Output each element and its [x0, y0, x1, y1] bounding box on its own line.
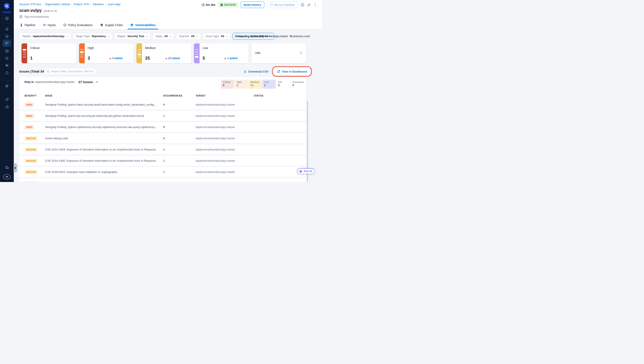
- info-icon[interactable]: [301, 3, 304, 7]
- chip-low[interactable]: Low1: [262, 80, 276, 89]
- issues-total-title: Issues (Total 34): [19, 68, 45, 75]
- col-occurrences: OCCURRENCES: [163, 94, 196, 97]
- critical-card[interactable]: Critical 1: [22, 43, 76, 63]
- severity-summary-cards: Critical 1 High 3 3 added Medium 25 23 a…: [22, 43, 306, 63]
- severity-badge: HIGH: [24, 114, 34, 118]
- col-status: STATUS: [254, 94, 306, 97]
- medium-delta: 23 added: [166, 57, 180, 60]
- group-header[interactable]: Only in tejakummarikuntla/vulpy:master 2…: [24, 80, 98, 84]
- medium-gauge-icon: [136, 43, 142, 63]
- user-avatar[interactable]: TK: [3, 174, 10, 179]
- occurrences-value: 1: [163, 114, 196, 117]
- medium-card[interactable]: Medium 25 23 added: [136, 43, 191, 63]
- table-row[interactable]: HIGH Semgrep Finding: python.sqlalchemy.…: [19, 122, 306, 132]
- home-icon[interactable]: [5, 27, 9, 31]
- breadcrumb-separator: ›: [71, 3, 72, 6]
- chevron-down-icon: [66, 35, 68, 37]
- policy-tab-icon: [63, 23, 66, 27]
- executions-icon[interactable]: [5, 49, 9, 53]
- table-row[interactable]: MEDIUM Active debug code 4 tejakummariku…: [19, 133, 306, 143]
- edit-pencil-icon[interactable]: [307, 3, 311, 7]
- network-settings-icon[interactable]: [5, 105, 9, 109]
- table-row[interactable]: MEDIUM CVE-2014-1830: Exposure of Sensit…: [19, 156, 306, 166]
- filter-issue-type[interactable]: Issue Type:All: [203, 33, 230, 40]
- breadcrumb-pipelines[interactable]: Pipelines: [93, 3, 104, 6]
- filter-steps[interactable]: Steps:All: [152, 33, 174, 40]
- breadcrumb-separator: ›: [106, 3, 106, 6]
- sidebar-divider: [2, 160, 11, 160]
- check-circle-icon: [220, 4, 223, 6]
- tab-supply-chain[interactable]: Supply Chain: [100, 21, 123, 29]
- issue-title: CVE-2014-1829: Exposure of Sensitive Inf…: [45, 148, 163, 151]
- high-card[interactable]: High 3 3 added: [79, 43, 134, 63]
- ask-ai-button[interactable]: Ask AI: [297, 168, 314, 174]
- chip-info[interactable]: Info0: [276, 80, 290, 89]
- target-value: tejakummarikuntla/vulpy:master: [196, 103, 254, 106]
- user-icon: [19, 15, 23, 18]
- chip-medium[interactable]: Medium23: [248, 80, 262, 89]
- breadcrumb-current[interactable]: scan-vulpy: [108, 3, 121, 6]
- target-value: tejakummarikuntla/vulpy:master: [196, 137, 254, 140]
- severity-badge: MEDIUM: [24, 159, 38, 163]
- module-selector-tile[interactable]: [2, 14, 11, 23]
- power-icon[interactable]: [5, 71, 9, 75]
- severity-badge: MEDIUM: [24, 181, 38, 182]
- target-value: tejakummarikuntla/vulpy:master: [196, 125, 254, 129]
- search-input[interactable]: [51, 70, 94, 73]
- chip-critical[interactable]: Critical0: [221, 80, 234, 89]
- issue-title: Semgrep Finding: python.jwt.security.jwt…: [45, 114, 163, 117]
- cube-icon: [4, 16, 9, 21]
- table-row[interactable]: HIGH Semgrep Finding: python.jwt.securit…: [19, 111, 306, 121]
- sto-shield-logo-icon[interactable]: [3, 2, 11, 10]
- tab-inputs[interactable]: Inputs: [42, 21, 56, 29]
- table-row[interactable]: MEDIUM CVE-2016-9243: Improper input val…: [19, 167, 306, 177]
- author-name: Teja Kummarikuntla: [24, 15, 49, 18]
- severity-badge: MEDIUM: [24, 136, 38, 140]
- pipelines-nav-active[interactable]: [2, 40, 11, 47]
- download-csv-button[interactable]: Download CSV: [244, 70, 268, 73]
- breadcrumb-organization[interactable]: Organization: default: [45, 3, 70, 6]
- pipeline-tab-icon: [20, 23, 23, 27]
- target-icon[interactable]: [5, 56, 9, 60]
- table-row-partial[interactable]: MEDIUM: [19, 178, 306, 182]
- tab-policy-evaluations[interactable]: Policy Evaluations: [63, 21, 93, 29]
- chip-high[interactable]: High3: [235, 80, 248, 89]
- pipelines-icon: [5, 41, 9, 45]
- rerun-pipeline-button[interactable]: Re-run Pipeline: [267, 2, 298, 8]
- page-header: Account: STO test› Organization: default…: [14, 0, 322, 30]
- help-chat-icon[interactable]: ?: [5, 165, 9, 170]
- filter-target-type[interactable]: Target Type:Repository: [73, 33, 112, 40]
- col-target: TARGET: [196, 94, 254, 97]
- filter-targets[interactable]: Targets:tejakummarikuntla/vulpy: [19, 33, 71, 40]
- issues-search[interactable]: [44, 68, 96, 75]
- chip-exempted[interactable]: Exempted0: [290, 80, 304, 89]
- filter-stages[interactable]: Stages:Security Test: [114, 33, 151, 40]
- kebab-menu-icon[interactable]: [314, 3, 317, 7]
- high-delta: 3 added: [110, 57, 122, 60]
- filter-scanner[interactable]: Scanner:All: [176, 33, 201, 40]
- tab-pipeline[interactable]: Pipeline: [19, 21, 36, 29]
- settings-gear-icon[interactable]: [5, 84, 9, 88]
- low-card[interactable]: Low 5 1 added: [194, 43, 249, 63]
- inputs-tab-icon: [43, 23, 46, 27]
- table-row[interactable]: MEDIUM CVE-2014-1829: Exposure of Sensit…: [19, 144, 306, 154]
- eye-off-icon[interactable]: [5, 63, 9, 68]
- table-row[interactable]: HIGH Semgrep Finding: python.flask.secur…: [19, 100, 306, 110]
- occurrences-value: 1: [163, 148, 196, 151]
- shield-search-icon[interactable]: [5, 34, 9, 39]
- group-target: tejakummarikuntla/vulpy:master: [35, 80, 74, 84]
- breadcrumb-account[interactable]: Account: STO test: [19, 3, 41, 6]
- breadcrumb-project[interactable]: Project: STO: [74, 3, 89, 6]
- view-in-dashboard-button[interactable]: View in Dashboard: [274, 68, 310, 75]
- info-card[interactable]: Info 0: [251, 43, 306, 63]
- svg-text:?: ?: [6, 166, 7, 168]
- severity-badge: MEDIUM: [24, 170, 38, 174]
- search-icon: [46, 70, 50, 73]
- layers-settings-icon[interactable]: [5, 97, 9, 101]
- sidebar-expand-handle[interactable]: [14, 163, 17, 173]
- build-history-button[interactable]: Build History: [241, 2, 264, 8]
- issue-title: CVE-2016-9243: Improper input validation…: [45, 170, 163, 173]
- tab-vulnerabilities[interactable]: Vulnerabilities: [130, 21, 156, 29]
- triangle-up-icon: [166, 58, 167, 59]
- chevron-up-icon[interactable]: [96, 81, 98, 83]
